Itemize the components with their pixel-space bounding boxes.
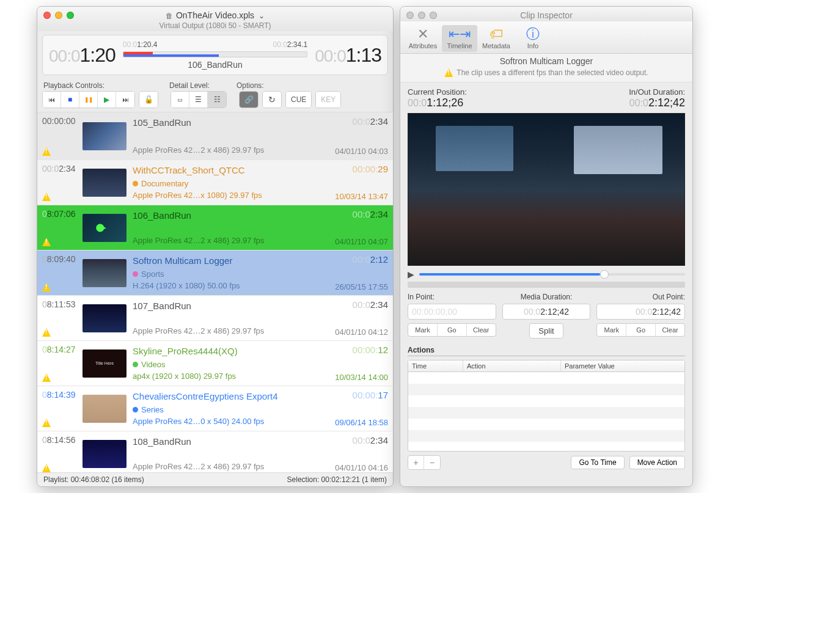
trash-icon xyxy=(166,10,173,20)
media-duration-label: Media Duration: xyxy=(502,293,591,301)
inspector-title: Clip Inspector xyxy=(405,10,688,20)
clip-thumbnail xyxy=(82,259,127,287)
preview-play-button[interactable]: ▶ xyxy=(408,269,414,279)
playlist-row[interactable]: 00:02:34 WithCCTrack_Short_QTCC Document… xyxy=(37,160,393,205)
chain-button[interactable] xyxy=(240,92,258,108)
detail-medium-button[interactable]: ☰ xyxy=(189,92,208,108)
progress-bar[interactable] xyxy=(123,51,307,57)
clip-date: 04/01/10 04:03 xyxy=(315,147,388,156)
play-button[interactable] xyxy=(98,92,116,108)
options-label: Options: xyxy=(237,81,387,90)
clip-title: 107_BandRun xyxy=(133,301,315,311)
clip-category: Sports xyxy=(141,269,164,279)
col-action[interactable]: Action xyxy=(463,360,561,371)
minimize-icon[interactable] xyxy=(418,12,425,19)
playlist-status: Playlist: 00:46:08:02 (16 items) xyxy=(43,475,144,484)
zoom-icon[interactable] xyxy=(430,12,437,19)
clip-inspector-window: Clip Inspector ✕Attributes ⇤⇥Timeline 🏷M… xyxy=(400,6,693,487)
remove-action-button[interactable]: − xyxy=(424,456,440,469)
out-mark-button[interactable]: Mark xyxy=(597,324,626,336)
add-action-button[interactable]: + xyxy=(408,456,424,469)
next-button[interactable] xyxy=(116,92,134,108)
out-point-field[interactable]: 00:02:12;42 xyxy=(596,304,685,320)
clip-format: Apple ProRes 42…x 1080) 29.97 fps xyxy=(133,191,315,200)
in-go-button[interactable]: Go xyxy=(438,324,467,336)
clip-date: 04/01/10 04:07 xyxy=(315,237,388,246)
in-mark-button[interactable]: Mark xyxy=(408,324,438,336)
actions-table[interactable]: Time Action Parameter Value xyxy=(408,360,685,452)
detail-small-button[interactable]: ▭ xyxy=(171,92,189,108)
statusbar: Playlist: 00:46:08:02 (16 items) Selecti… xyxy=(37,472,393,486)
clip-title: Skyline_ProRes4444(XQ) xyxy=(133,346,315,356)
clip-duration: 00:02:12 xyxy=(315,254,388,265)
go-to-time-button[interactable]: Go To Time xyxy=(571,456,624,469)
clip-title: 108_BandRun xyxy=(133,436,315,447)
chevron-down-icon xyxy=(257,10,265,20)
clip-date: 10/03/14 14:00 xyxy=(315,373,388,382)
titlebar: OnTheAir Video.xpls Virtual Output (1080… xyxy=(37,7,393,31)
playlist-row[interactable]: 08:14:27 Title Here Skyline_ProRes4444(X… xyxy=(37,341,393,386)
minimize-icon[interactable] xyxy=(55,12,62,19)
playlist-row[interactable]: 08:11:53 107_BandRun Apple ProRes 42…2 x… xyxy=(37,296,393,341)
playlist-row[interactable]: 08:14:56 108_BandRun Apple ProRes 42…2 x… xyxy=(37,431,393,472)
close-icon[interactable] xyxy=(43,12,51,19)
tab-attributes[interactable]: ✕Attributes xyxy=(405,25,441,52)
prev-button[interactable] xyxy=(43,92,61,108)
key-button[interactable]: KEY xyxy=(316,92,340,108)
clip-title: 106_BandRun xyxy=(133,210,315,221)
warning-icon xyxy=(42,147,51,156)
in-clear-button[interactable]: Clear xyxy=(467,324,496,336)
clip-format: Apple ProRes 42…2 x 486) 29.97 fps xyxy=(133,326,315,335)
playlist-row[interactable]: 00:00:00 105_BandRun Apple ProRes 42…2 x… xyxy=(37,112,393,160)
io-duration-label: In/Out Duration: xyxy=(629,87,685,97)
zoom-icon[interactable] xyxy=(67,12,74,19)
clip-thumbnail xyxy=(82,440,127,468)
playlist-row[interactable]: 08:14:39 ChevaliersContreEgyptiens Expor… xyxy=(37,386,393,431)
playlist-window: OnTheAir Video.xpls Virtual Output (1080… xyxy=(37,6,394,487)
out-go-button[interactable]: Go xyxy=(626,324,656,336)
timeline-strip[interactable] xyxy=(408,282,685,288)
clip-title: Softron Multicam Logger xyxy=(133,255,315,266)
cue-button[interactable]: CUE xyxy=(286,92,311,108)
warning-icon xyxy=(444,68,453,77)
clip-date: 04/01/10 04:16 xyxy=(315,463,388,472)
clip-category: Videos xyxy=(141,360,166,369)
close-icon[interactable] xyxy=(406,12,414,19)
playlist[interactable]: 00:00:00 105_BandRun Apple ProRes 42…2 x… xyxy=(37,112,393,472)
tab-metadata[interactable]: 🏷Metadata xyxy=(479,25,514,52)
clip-duration: 00:00:17 xyxy=(315,390,388,400)
clip-thumbnail xyxy=(82,214,127,242)
move-action-button[interactable]: Move Action xyxy=(629,456,685,469)
scrubber[interactable] xyxy=(419,273,685,276)
clip-format: Apple ProRes 42…2 x 486) 29.97 fps xyxy=(133,462,315,471)
stop-button[interactable] xyxy=(61,92,79,108)
clip-category: Series xyxy=(141,405,164,414)
split-button[interactable]: Split xyxy=(529,323,563,338)
playlist-row[interactable]: 08:09:40 Softron Multicam Logger Sports … xyxy=(37,251,393,296)
clip-duration: 00:02:34 xyxy=(315,299,388,310)
loop-button[interactable] xyxy=(263,92,281,108)
inspector-clip-name: Softron Multicam Logger xyxy=(400,54,692,66)
clip-thumbnail xyxy=(82,395,127,423)
tab-timeline[interactable]: ⇤⇥Timeline xyxy=(442,25,477,52)
in-point-field[interactable]: 00:00:00;00 xyxy=(408,304,496,320)
lock-button[interactable] xyxy=(139,92,158,108)
detail-label: Detail Level: xyxy=(169,81,237,90)
playback-label: Playback Controls: xyxy=(43,81,169,90)
inspector-tabs: ✕Attributes ⇤⇥Timeline 🏷Metadata ⓘInfo xyxy=(400,21,692,54)
playlist-row[interactable]: 08:07:06 106_BandRun Apple ProRes 42…2 x… xyxy=(37,205,393,251)
tab-info[interactable]: ⓘInfo xyxy=(515,25,551,52)
pause-button[interactable] xyxy=(79,92,98,108)
out-clear-button[interactable]: Clear xyxy=(656,324,684,336)
warning-icon xyxy=(42,238,51,246)
col-param[interactable]: Parameter Value xyxy=(561,360,684,371)
detail-large-button[interactable]: ☷ xyxy=(208,92,226,108)
clip-thumbnail xyxy=(82,122,127,150)
window-title[interactable]: OnTheAir Video.xpls xyxy=(42,10,388,20)
col-time[interactable]: Time xyxy=(408,360,463,371)
warning-icon xyxy=(42,192,51,201)
warning-icon xyxy=(42,419,51,427)
inspector-titlebar: Clip Inspector xyxy=(400,7,692,21)
clip-category: Documentary xyxy=(141,179,188,188)
clip-thumbnail: Title Here xyxy=(82,349,127,378)
